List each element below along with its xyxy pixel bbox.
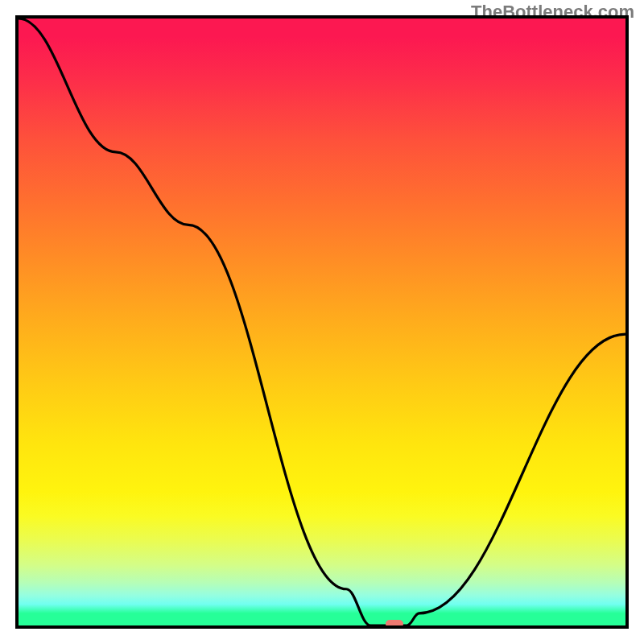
current-point-marker: [386, 620, 403, 628]
bottleneck-curve: [19, 19, 625, 625]
plot-area: [15, 15, 629, 629]
chart-stage: TheBottleneck.com: [0, 0, 644, 644]
